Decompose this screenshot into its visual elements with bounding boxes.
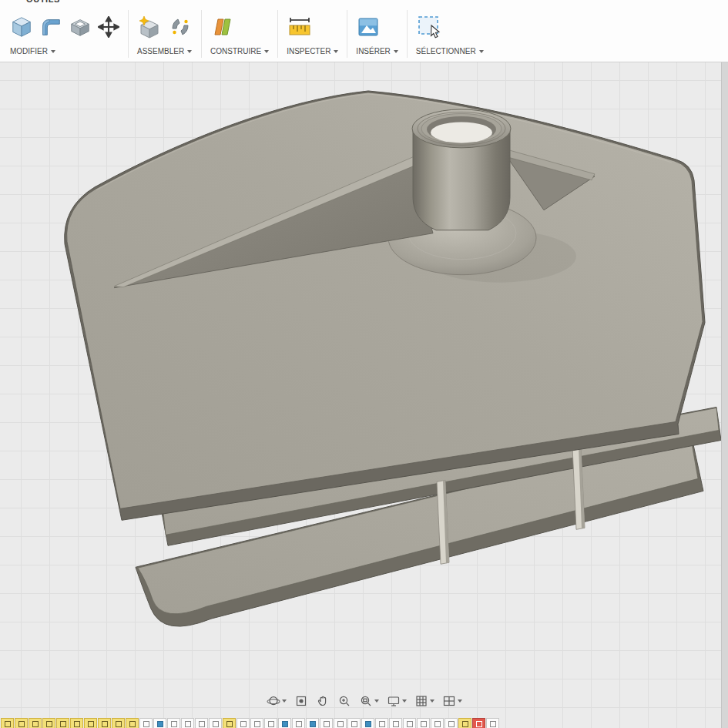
timeline-feature-plain[interactable] — [292, 718, 305, 728]
construire-menu[interactable]: CONSTRUIRE — [210, 45, 269, 57]
view-navigation-bar — [267, 694, 462, 708]
feature-glyph — [476, 721, 482, 727]
press-pull-icon[interactable] — [10, 15, 33, 39]
measure-icon[interactable] — [287, 15, 313, 39]
selectionner-menu[interactable]: SÉLECTIONNER — [416, 45, 484, 57]
toolbar-group-construire: CONSTRUIRE — [203, 6, 276, 62]
timeline-feature-plain[interactable] — [486, 718, 499, 728]
timeline-feature-blue[interactable] — [306, 718, 319, 728]
feature-glyph — [434, 721, 441, 727]
timeline-feature-yellow[interactable] — [98, 718, 111, 728]
dropdown-caret-icon — [374, 699, 379, 703]
timeline-feature-yellow[interactable] — [15, 718, 28, 728]
timeline-feature-plain[interactable] — [167, 718, 180, 728]
tab-outils[interactable]: OUTILS — [26, 0, 60, 4]
fillet-icon[interactable] — [39, 15, 62, 39]
joint-icon[interactable] — [168, 15, 193, 39]
insert-canvas-icon[interactable] — [356, 15, 381, 39]
feature-glyph — [296, 721, 302, 727]
feature-glyph — [32, 721, 39, 727]
timeline-feature-yellow[interactable] — [223, 718, 236, 728]
model-3d[interactable] — [0, 62, 728, 728]
feature-glyph — [213, 721, 219, 727]
timeline-feature-yellow[interactable] — [112, 718, 125, 728]
viewport-canvas[interactable] — [0, 62, 728, 728]
timeline-feature-yellow[interactable] — [70, 718, 83, 728]
timeline-feature-plain[interactable] — [250, 718, 263, 728]
feature-glyph — [254, 721, 260, 727]
construction-plane-icon[interactable] — [210, 15, 237, 39]
toolbar-separator — [407, 10, 408, 58]
canvas-right-edge — [721, 62, 728, 728]
feature-glyph — [199, 721, 205, 727]
feature-glyph — [310, 721, 316, 727]
timeline-feature-plain[interactable] — [320, 718, 333, 728]
timeline-feature-yellow[interactable] — [56, 718, 69, 728]
dropdown-caret-icon — [187, 50, 192, 53]
dropdown-caret-icon — [334, 50, 338, 53]
timeline-feature-yellow[interactable] — [84, 718, 97, 728]
timeline-feature-plain[interactable] — [403, 718, 416, 728]
feature-glyph — [129, 721, 136, 727]
feature-glyph — [351, 721, 357, 727]
timeline-feature-plain[interactable] — [347, 718, 361, 728]
selection-box-icon[interactable] — [416, 14, 442, 40]
toolbar-group-selectionner: SÉLECTIONNER — [409, 6, 491, 62]
timeline-feature-yellow[interactable] — [126, 718, 139, 728]
timeline-track — [1, 718, 499, 728]
timeline-feature-yellow[interactable] — [1, 718, 14, 728]
timeline-feature-plain[interactable] — [445, 718, 458, 728]
timeline-feature-plain[interactable] — [375, 718, 388, 728]
toolbar-group-assembler: ASSEMBLER — [130, 6, 200, 62]
timeline-feature-plain[interactable] — [417, 718, 430, 728]
assembler-menu[interactable]: ASSEMBLER — [137, 45, 193, 57]
timeline-feature-red[interactable] — [472, 718, 485, 728]
timeline-feature-plain[interactable] — [237, 718, 250, 728]
timeline-feature-plain[interactable] — [195, 718, 208, 728]
feature-glyph — [116, 721, 122, 727]
timeline-feature-plain[interactable] — [139, 718, 153, 728]
new-component-icon[interactable] — [137, 15, 162, 39]
inserer-menu[interactable]: INSÉRER — [356, 45, 398, 57]
timeline-feature-blue[interactable] — [278, 718, 291, 728]
modifier-menu[interactable]: MODIFIER — [10, 45, 119, 57]
timeline-feature-blue[interactable] — [361, 718, 374, 728]
timeline-feature-plain[interactable] — [181, 718, 194, 728]
feature-glyph — [462, 721, 468, 727]
orbit-icon[interactable] — [267, 694, 287, 708]
move-icon[interactable] — [98, 16, 119, 38]
feature-glyph — [268, 721, 274, 727]
timeline-feature-yellow[interactable] — [29, 718, 42, 728]
feature-glyph — [171, 721, 177, 727]
inspecter-menu[interactable]: INSPECTER — [287, 45, 338, 57]
pan-icon[interactable] — [316, 694, 330, 708]
timeline-feature-plain[interactable] — [209, 718, 222, 728]
timeline-feature-plain[interactable] — [389, 718, 402, 728]
dropdown-caret-icon — [430, 699, 434, 703]
toolbar-tab-strip: OUTILS — [0, 0, 728, 6]
grid-and-snaps-icon[interactable] — [414, 694, 434, 708]
feature-glyph — [46, 721, 52, 727]
feature-glyph — [143, 721, 149, 727]
feature-glyph — [448, 721, 455, 727]
viewports-icon[interactable] — [442, 694, 462, 708]
feature-glyph — [185, 721, 191, 727]
toolbar-group-inserer: INSÉRER — [349, 6, 404, 62]
timeline-feature-plain[interactable] — [264, 718, 277, 728]
toolbar-separator — [201, 10, 202, 58]
feature-glyph — [421, 721, 427, 727]
feature-glyph — [60, 721, 66, 727]
dropdown-caret-icon — [394, 50, 398, 53]
timeline-feature-blue[interactable] — [153, 718, 166, 728]
timeline-feature-yellow[interactable] — [42, 718, 55, 728]
timeline-feature-yellow[interactable] — [458, 718, 471, 728]
dropdown-caret-icon — [264, 50, 269, 53]
cylindrical-boss[interactable] — [412, 109, 511, 230]
timeline-feature-plain[interactable] — [334, 718, 347, 728]
look-at-icon[interactable] — [294, 694, 308, 708]
shell-icon[interactable] — [69, 15, 92, 39]
fit-icon[interactable] — [359, 694, 379, 708]
zoom-icon[interactable] — [337, 694, 351, 708]
display-settings-icon[interactable] — [387, 694, 407, 708]
timeline-feature-plain[interactable] — [431, 718, 444, 728]
